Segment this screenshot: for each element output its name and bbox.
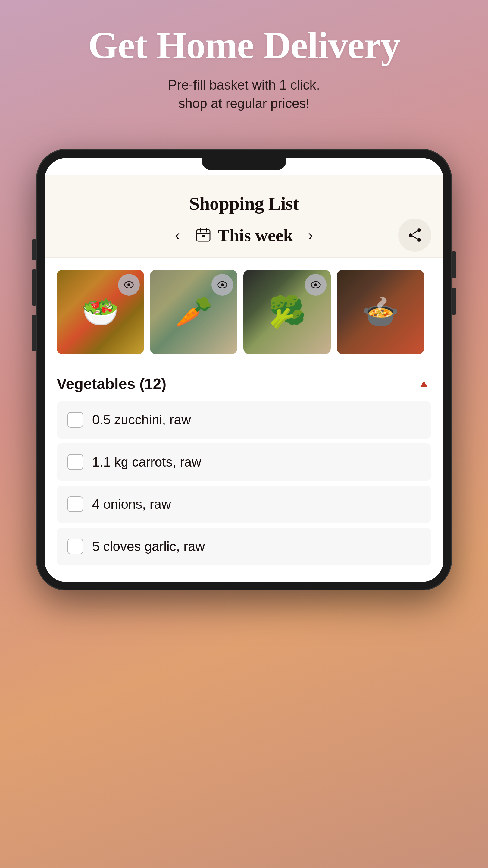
next-week-button[interactable]: ›: [301, 226, 320, 244]
svg-point-11: [127, 283, 130, 286]
recipes-scroll: [44, 258, 444, 363]
calendar-icon: [195, 227, 212, 244]
prev-week-button[interactable]: ‹: [168, 226, 187, 244]
item-text-3: 4 onions, raw: [92, 497, 171, 512]
checkbox-1[interactable]: [67, 412, 83, 428]
recipe-image-4: [337, 270, 424, 354]
checkbox-3[interactable]: [67, 496, 83, 512]
item-text-2: 1.1 kg carrots, raw: [92, 455, 201, 470]
list-item-1: 0.5 zucchini, raw: [57, 401, 431, 438]
week-navigation: ‹ This week ›: [57, 225, 431, 245]
recipe-eye-button-3[interactable]: [305, 274, 327, 296]
svg-marker-16: [420, 381, 427, 387]
volume-button-right: [452, 287, 456, 315]
svg-line-8: [412, 231, 417, 234]
shopping-list-section: Vegetables (12) 0.5 zucchini, raw 1.1 kg…: [44, 363, 444, 582]
svg-point-13: [221, 283, 224, 286]
recipe-eye-button-1[interactable]: [118, 274, 140, 296]
recipe-card-2[interactable]: [150, 270, 237, 354]
recipe-card-1[interactable]: [57, 270, 144, 354]
phone-screen: Shopping List ‹: [44, 158, 444, 582]
recipe-card-3[interactable]: [243, 270, 331, 354]
hero-subtitle: Pre-fill basket with 1 click, shop at re…: [168, 76, 320, 113]
svg-point-6: [409, 233, 412, 237]
week-text: This week: [218, 225, 293, 245]
phone-mockup: Shopping List ‹: [36, 149, 452, 590]
volume-down-button: [32, 315, 36, 351]
collapse-button[interactable]: [416, 376, 431, 392]
svg-rect-4: [202, 235, 204, 237]
recipe-eye-button-2[interactable]: [212, 274, 233, 296]
checkbox-2[interactable]: [67, 454, 83, 470]
hero-title: Get Home Delivery: [88, 24, 400, 67]
list-item-2: 1.1 kg carrots, raw: [57, 443, 431, 481]
app-header: Shopping List ‹: [44, 175, 444, 258]
svg-point-5: [417, 228, 421, 232]
hero-section: Get Home Delivery Pre-fill basket with 1…: [0, 0, 488, 131]
svg-point-7: [417, 238, 421, 242]
volume-up-button: [32, 270, 36, 306]
checkbox-4[interactable]: [67, 538, 83, 554]
category-title: Vegetables (12): [57, 375, 166, 393]
item-text-1: 0.5 zucchini, raw: [92, 412, 191, 427]
category-header: Vegetables (12): [57, 375, 431, 393]
week-label-group: This week: [195, 225, 293, 245]
share-button[interactable]: [398, 218, 431, 252]
svg-point-15: [314, 283, 317, 286]
phone-notch: [202, 158, 286, 170]
list-item-3: 4 onions, raw: [57, 486, 431, 523]
item-text-4: 5 cloves garlic, raw: [92, 539, 205, 554]
power-button: [452, 251, 456, 278]
list-item-4: 5 cloves garlic, raw: [57, 528, 431, 565]
screen-title: Shopping List: [189, 193, 299, 214]
recipe-card-4[interactable]: [337, 270, 424, 354]
phone-frame: Shopping List ‹: [36, 149, 452, 590]
svg-line-9: [412, 236, 417, 239]
mute-button: [32, 239, 36, 260]
